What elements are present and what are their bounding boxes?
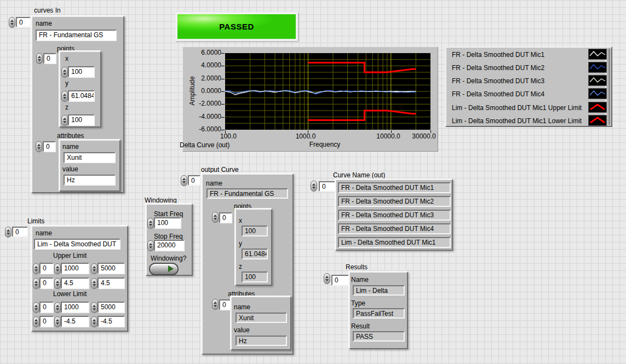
increment-arrow[interactable] bbox=[214, 302, 217, 304]
x-spinner[interactable] bbox=[61, 67, 68, 78]
legend-line-swatch[interactable] bbox=[588, 115, 607, 126]
legend-entry[interactable]: FR - Delta Smoothed DUT Mic4 bbox=[452, 89, 544, 99]
output-points-index-spinner[interactable] bbox=[212, 212, 219, 223]
upper-freq1-field[interactable]: 1000 bbox=[61, 263, 89, 274]
decrement-arrow[interactable] bbox=[63, 97, 66, 99]
lower-freq1-field[interactable]: 1000 bbox=[61, 302, 89, 313]
decrement-arrow[interactable] bbox=[182, 181, 186, 183]
decrement-arrow[interactable] bbox=[63, 121, 66, 123]
start-freq-spinner[interactable] bbox=[147, 218, 154, 229]
decrement-arrow[interactable] bbox=[56, 269, 59, 271]
decrement-arrow[interactable] bbox=[10, 23, 14, 25]
upper-val2-spinner[interactable] bbox=[91, 278, 97, 289]
plot-area[interactable] bbox=[225, 53, 430, 130]
increment-arrow[interactable] bbox=[149, 243, 152, 245]
stop-freq-spinner[interactable] bbox=[147, 240, 154, 251]
decrement-arrow[interactable] bbox=[312, 187, 315, 189]
decrement-arrow[interactable] bbox=[93, 269, 96, 271]
upper-val1-field[interactable]: 4.5 bbox=[61, 278, 89, 289]
legend-line-swatch[interactable] bbox=[588, 49, 607, 60]
decrement-arrow[interactable] bbox=[56, 322, 59, 325]
legend-entry[interactable]: FR - Delta Smoothed DUT Mic1 bbox=[452, 50, 544, 60]
increment-arrow[interactable] bbox=[56, 305, 59, 307]
points-index-field[interactable]: 0 bbox=[43, 53, 56, 64]
limits-index-field[interactable]: 0 bbox=[12, 227, 28, 237]
increment-arrow[interactable] bbox=[93, 281, 96, 283]
decrement-arrow[interactable] bbox=[214, 218, 217, 220]
decrement-arrow[interactable] bbox=[93, 322, 96, 325]
upper-val2-field[interactable]: 4.5 bbox=[97, 278, 125, 289]
points-index-spinner[interactable] bbox=[36, 53, 43, 64]
curve-name-index-spinner[interactable] bbox=[311, 181, 317, 192]
upper-freq1-spinner[interactable] bbox=[54, 263, 61, 274]
upper-freq2-spinner[interactable] bbox=[91, 263, 97, 274]
increment-arrow[interactable] bbox=[56, 319, 59, 321]
increment-arrow[interactable] bbox=[63, 70, 66, 72]
upper-row2-index-field[interactable]: 0 bbox=[39, 278, 54, 289]
upper-row2-index-spinner[interactable] bbox=[33, 278, 39, 289]
increment-arrow[interactable] bbox=[93, 319, 96, 321]
lower-row2-index-field[interactable]: 0 bbox=[39, 316, 54, 327]
increment-arrow[interactable] bbox=[63, 118, 66, 120]
legend-line-swatch[interactable] bbox=[588, 62, 607, 73]
increment-arrow[interactable] bbox=[35, 319, 38, 321]
increment-arrow[interactable] bbox=[93, 305, 96, 307]
increment-arrow[interactable] bbox=[10, 20, 14, 22]
curves-in-index-field[interactable]: 0 bbox=[16, 17, 31, 27]
lower-freq2-spinner[interactable] bbox=[91, 302, 97, 313]
stop-freq-field[interactable]: 20000 bbox=[154, 240, 185, 251]
upper-val1-spinner[interactable] bbox=[54, 278, 61, 289]
decrement-arrow[interactable] bbox=[149, 246, 152, 249]
curves-in-index-spinner[interactable] bbox=[9, 17, 15, 28]
increment-arrow[interactable] bbox=[325, 276, 329, 278]
attr-name-field[interactable]: Xunit bbox=[64, 152, 116, 163]
lower-row1-index-field[interactable]: 0 bbox=[39, 302, 54, 313]
decrement-arrow[interactable] bbox=[56, 308, 59, 310]
increment-arrow[interactable] bbox=[182, 178, 186, 180]
decrement-arrow[interactable] bbox=[149, 224, 152, 226]
upper-row1-index-field[interactable]: 0 bbox=[39, 263, 54, 274]
increment-arrow[interactable] bbox=[35, 281, 38, 283]
decrement-arrow[interactable] bbox=[38, 59, 41, 61]
increment-arrow[interactable] bbox=[35, 266, 38, 268]
upper-freq2-field[interactable]: 5000 bbox=[97, 263, 125, 274]
decrement-arrow[interactable] bbox=[35, 269, 38, 271]
increment-arrow[interactable] bbox=[38, 56, 41, 58]
z-field[interactable]: 100 bbox=[68, 114, 95, 126]
lower-row1-index-spinner[interactable] bbox=[33, 302, 39, 313]
lower-freq2-field[interactable]: 5000 bbox=[97, 302, 125, 313]
decrement-arrow[interactable] bbox=[35, 284, 38, 286]
attributes-index-spinner[interactable] bbox=[36, 141, 42, 152]
attr-value-field[interactable]: Hz bbox=[64, 175, 116, 186]
legend-entry[interactable]: FR - Delta Smoothed DUT Mic2 bbox=[452, 63, 544, 73]
increment-arrow[interactable] bbox=[63, 94, 66, 96]
x-field[interactable]: 100 bbox=[68, 66, 95, 78]
decrement-arrow[interactable] bbox=[35, 322, 38, 325]
increment-arrow[interactable] bbox=[37, 144, 41, 146]
y-spinner[interactable] bbox=[61, 91, 68, 102]
output-curve-index-field[interactable]: 0 bbox=[188, 175, 200, 186]
upper-row1-index-spinner[interactable] bbox=[33, 263, 39, 274]
increment-arrow[interactable] bbox=[56, 281, 59, 283]
curves-in-name-field[interactable]: FR - Fundamental GS bbox=[36, 30, 117, 41]
legend-entry[interactable]: FR - Delta Smoothed DUT Mic3 bbox=[452, 76, 544, 86]
decrement-arrow[interactable] bbox=[325, 279, 329, 281]
lower-val1-spinner[interactable] bbox=[54, 316, 61, 327]
legend-line-swatch[interactable] bbox=[588, 102, 607, 113]
output-curve-index-spinner[interactable] bbox=[181, 175, 187, 186]
legend-entry[interactable]: Lim - Delta Smoothed DUT Mic1 Lower Limi… bbox=[452, 116, 582, 126]
decrement-arrow[interactable] bbox=[35, 308, 38, 310]
decrement-arrow[interactable] bbox=[214, 305, 217, 307]
decrement-arrow[interactable] bbox=[63, 73, 66, 75]
results-index-spinner[interactable] bbox=[324, 273, 330, 284]
lower-freq1-spinner[interactable] bbox=[54, 302, 61, 313]
increment-arrow[interactable] bbox=[56, 266, 59, 268]
output-points-index-field[interactable]: 0 bbox=[219, 212, 232, 223]
lower-row2-index-spinner[interactable] bbox=[33, 316, 39, 327]
decrement-arrow[interactable] bbox=[56, 284, 59, 286]
legend-entry[interactable]: Lim - Delta Smoothed DUT Mic1 Upper Limi… bbox=[452, 103, 582, 113]
limits-name-field[interactable]: Lim - Delta Smoothed DUT bbox=[34, 239, 120, 250]
decrement-arrow[interactable] bbox=[7, 233, 10, 235]
attributes-index-field[interactable]: 0 bbox=[43, 141, 56, 152]
decrement-arrow[interactable] bbox=[93, 284, 96, 286]
